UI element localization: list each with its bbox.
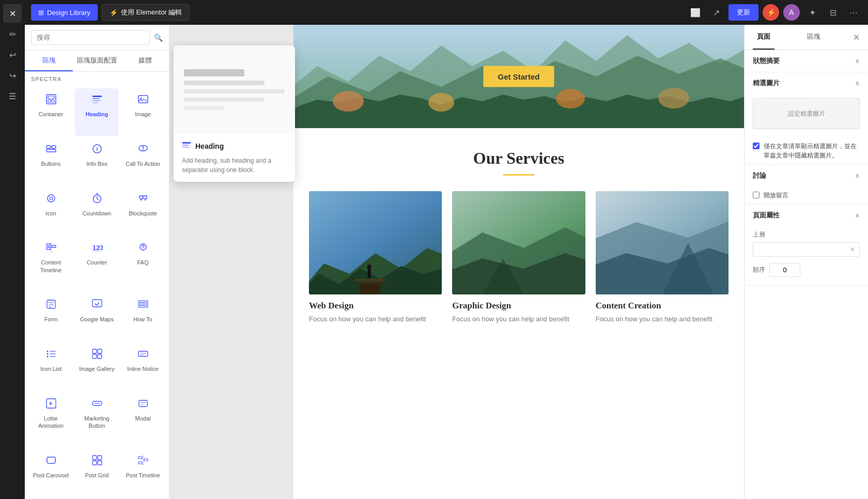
- svg-rect-4: [92, 96, 102, 97]
- widget-item-howto[interactable]: How To: [121, 293, 165, 341]
- featured-img-checkbox[interactable]: [753, 143, 760, 149]
- panel-toggle-icon[interactable]: ⊟: [825, 4, 841, 21]
- parent-input-clear[interactable]: ✕: [850, 246, 855, 253]
- icon-label: Icon: [45, 210, 56, 217]
- postgrid-icon: [91, 455, 103, 469]
- widget-item-googlemaps[interactable]: Google Maps: [75, 293, 119, 341]
- topbar: ⊞ Design Library ⚡ 使用 Elementor 編輯 ⬜ ↗ 更…: [25, 0, 868, 25]
- back-button[interactable]: ✕: [3, 4, 22, 23]
- widget-item-infobox[interactable]: Info Box: [75, 138, 119, 185]
- user-avatar-purple[interactable]: A: [783, 4, 800, 21]
- redo-icon[interactable]: ↪: [3, 66, 22, 85]
- widget-item-lottieanimation[interactable]: Lottie Animation: [29, 393, 73, 447]
- set-featured-image-button[interactable]: 設定精選圖片: [753, 98, 860, 129]
- elementor-button[interactable]: ⚡ 使用 Elementor 編輯: [102, 4, 190, 21]
- widget-item-callaction[interactable]: Call To Action: [121, 138, 165, 185]
- widget-item-blockquote[interactable]: Blockquote: [121, 188, 165, 235]
- edit-icon[interactable]: ✏: [3, 25, 22, 43]
- svg-rect-35: [50, 351, 56, 352]
- svg-rect-5: [92, 98, 100, 99]
- widget-item-countdown[interactable]: Countdown: [75, 188, 119, 235]
- svg-rect-75: [360, 284, 381, 294]
- update-button[interactable]: 更新: [729, 4, 758, 21]
- stars-icon[interactable]: ✦: [804, 4, 820, 21]
- widget-item-buttons[interactable]: Buttons: [29, 138, 73, 185]
- desktop-view-icon[interactable]: ⬜: [687, 4, 704, 21]
- widget-item-container[interactable]: Container: [29, 88, 73, 136]
- undo-icon[interactable]: ↩: [3, 45, 22, 64]
- section-page-props-header[interactable]: 頁面屬性 ∧: [745, 205, 868, 226]
- tab-blocks[interactable]: 區塊: [25, 51, 73, 71]
- svg-rect-51: [141, 402, 146, 403]
- right-tab-block[interactable]: 區塊: [803, 25, 825, 50]
- more-options-icon[interactable]: ⋯: [845, 4, 862, 21]
- widget-item-postgrid[interactable]: Post Grid: [75, 449, 119, 497]
- block-popup-info: Heading Add heading, sub heading and a s…: [174, 133, 295, 182]
- design-library-button[interactable]: ⊞ Design Library: [31, 4, 98, 21]
- menu-icon[interactable]: ☰: [3, 87, 22, 105]
- countdown-label: Countdown: [83, 210, 112, 217]
- right-tab-page[interactable]: 頁面: [753, 25, 774, 50]
- widget-item-counter[interactable]: 123 Counter: [75, 237, 119, 291]
- hero-cta-button[interactable]: Get Started: [484, 66, 554, 87]
- svg-text:123: 123: [92, 244, 103, 252]
- parent-input-field[interactable]: ✕: [753, 242, 860, 257]
- svg-rect-1: [48, 96, 54, 99]
- svg-point-36: [47, 353, 48, 355]
- section-featured-chevron: ∧: [855, 80, 860, 87]
- svg-rect-8: [138, 96, 148, 103]
- open-comments-checkbox[interactable]: [753, 192, 760, 198]
- tab-media[interactable]: 媒體: [121, 51, 169, 71]
- marketingbutton-label: Marketing Button: [78, 415, 116, 430]
- widget-item-icon[interactable]: Icon: [29, 188, 73, 235]
- widget-item-faq[interactable]: FAQ: [121, 237, 165, 291]
- section-status: 狀態摘要 ∧: [745, 50, 868, 72]
- widget-item-postcarousel[interactable]: Post Carousel: [29, 449, 73, 497]
- svg-rect-2: [48, 100, 51, 102]
- widget-item-contenttimeline[interactable]: Content Timeline: [29, 237, 73, 291]
- widget-item-imagegallery[interactable]: Image Gallery: [75, 343, 119, 391]
- tab-layout[interactable]: 區塊版面配置: [73, 51, 121, 71]
- svg-rect-56: [92, 461, 97, 465]
- service-img-contentcreation: [596, 191, 729, 294]
- svg-rect-63: [182, 145, 189, 146]
- svg-rect-40: [92, 349, 97, 353]
- service-desc-3: Focus on how you can help and benefit: [596, 314, 729, 324]
- image-label: Image: [135, 111, 151, 118]
- widget-item-marketingbutton[interactable]: Marketing Button: [75, 393, 119, 447]
- widget-item-modal[interactable]: Modal: [121, 393, 165, 447]
- inlinenotice-icon: [137, 348, 149, 362]
- service-img-webdesign: [309, 191, 442, 294]
- checkbox-row-featured: 僅在文章清單顯示精選圖片，並在單篇文章中隱藏精選圖片。: [745, 137, 868, 164]
- widget-item-heading[interactable]: Heading: [75, 88, 119, 136]
- external-link-icon[interactable]: ↗: [708, 4, 724, 21]
- widget-item-form[interactable]: Form: [29, 293, 73, 341]
- svg-rect-58: [138, 457, 142, 459]
- svg-rect-11: [52, 146, 56, 148]
- section-status-chevron: ∧: [855, 57, 860, 65]
- widget-item-iconlist[interactable]: Icon List: [29, 343, 73, 391]
- elementor-label: 使用 Elementor 編輯: [121, 8, 182, 17]
- svg-rect-54: [92, 456, 97, 460]
- widget-item-posttimeline[interactable]: Post Timeline: [121, 449, 165, 497]
- section-page-props-chevron: ∧: [855, 212, 860, 219]
- order-row: 順序: [753, 263, 860, 277]
- svg-rect-29: [49, 306, 52, 307]
- iconlist-icon: [45, 348, 57, 362]
- section-featured-header[interactable]: 精選圖片 ∧: [745, 72, 868, 94]
- section-status-header[interactable]: 狀態摘要 ∧: [745, 50, 868, 72]
- widget-item-inlinenotice[interactable]: Inline Notice: [121, 343, 165, 391]
- order-input[interactable]: [769, 263, 800, 277]
- right-panel-close-icon[interactable]: ✕: [853, 33, 860, 42]
- section-discussion-header[interactable]: 討論 ∧: [745, 165, 868, 186]
- search-input[interactable]: [31, 30, 150, 45]
- svg-rect-42: [92, 354, 97, 358]
- service-desc-1: Focus on how you can help and benefit: [309, 314, 442, 324]
- svg-point-17: [50, 197, 53, 200]
- section-status-title: 狀態摘要: [753, 56, 780, 66]
- service-name-1: Web Design: [309, 301, 442, 311]
- user-avatar-red[interactable]: ⚡: [763, 4, 779, 21]
- googlemaps-label: Google Maps: [80, 316, 114, 323]
- section-discussion: 討論 ∧ 開放留言: [745, 165, 868, 205]
- widget-item-image[interactable]: Image: [121, 88, 165, 136]
